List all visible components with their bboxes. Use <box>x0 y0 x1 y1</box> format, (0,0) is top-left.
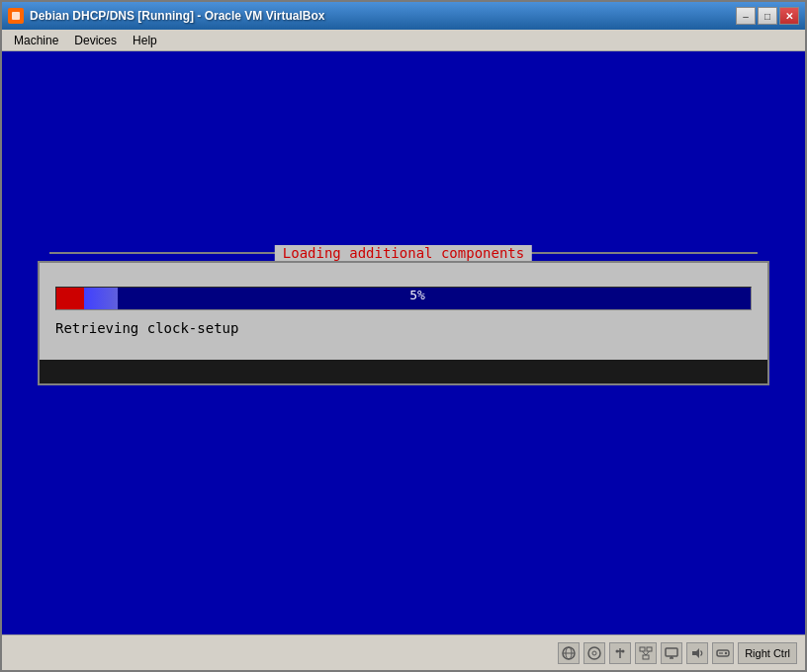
display-icon[interactable] <box>661 642 682 664</box>
hd-icon[interactable] <box>712 642 734 664</box>
menu-machine[interactable]: Machine <box>6 32 66 49</box>
title-bar-left: Debian DHCP/DNS [Running] - Oracle VM Vi… <box>8 8 324 24</box>
svg-line-14 <box>643 651 647 655</box>
dialog-title: Loading additional components <box>275 245 532 261</box>
virtualbox-icon <box>8 8 24 24</box>
svg-point-21 <box>725 651 727 653</box>
menu-help[interactable]: Help <box>125 32 165 49</box>
sound-icon[interactable] <box>686 642 708 664</box>
dialog-content: 5% Retrieving clock-setup <box>40 271 767 348</box>
right-ctrl-button[interactable]: Right Ctrl <box>738 642 797 664</box>
progress-bar-track: 5% <box>84 288 751 309</box>
network-icon[interactable] <box>635 642 657 664</box>
svg-rect-11 <box>640 647 645 651</box>
usb-icon[interactable] <box>609 642 631 664</box>
minimize-button[interactable]: – <box>736 7 756 25</box>
close-button[interactable]: ✕ <box>779 7 799 25</box>
svg-marker-19 <box>692 648 699 658</box>
svg-point-9 <box>616 649 619 652</box>
progress-bar-red-segment <box>56 288 84 309</box>
svg-rect-13 <box>643 655 649 659</box>
svg-rect-16 <box>666 648 677 656</box>
svg-rect-1 <box>12 12 20 20</box>
dialog-bottom-bar <box>40 360 767 383</box>
virtualbox-window: Debian DHCP/DNS [Running] - Oracle VM Vi… <box>0 0 807 672</box>
svg-point-6 <box>592 651 596 655</box>
cd-icon[interactable] <box>583 642 605 664</box>
svg-point-10 <box>622 649 625 652</box>
title-bar: Debian DHCP/DNS [Running] - Oracle VM Vi… <box>2 2 805 30</box>
globe-icon[interactable] <box>558 642 580 664</box>
loading-dialog: Loading additional components 5% Retriev… <box>38 261 769 385</box>
progress-percent-label: 5% <box>84 288 751 302</box>
progress-bar-container: 5% <box>55 287 752 310</box>
menu-devices[interactable]: Devices <box>66 32 125 49</box>
svg-point-5 <box>588 647 600 659</box>
menu-bar: Machine Devices Help <box>2 30 805 51</box>
window-title: Debian DHCP/DNS [Running] - Oracle VM Vi… <box>30 9 324 23</box>
status-text: Retrieving clock-setup <box>55 320 752 336</box>
svg-rect-12 <box>647 647 652 651</box>
status-bar: Right Ctrl <box>2 634 805 670</box>
title-bar-buttons: – □ ✕ <box>736 7 799 25</box>
vm-screen[interactable]: Loading additional components 5% Retriev… <box>2 51 805 634</box>
maximize-button[interactable]: □ <box>758 7 777 25</box>
svg-line-15 <box>646 651 650 655</box>
